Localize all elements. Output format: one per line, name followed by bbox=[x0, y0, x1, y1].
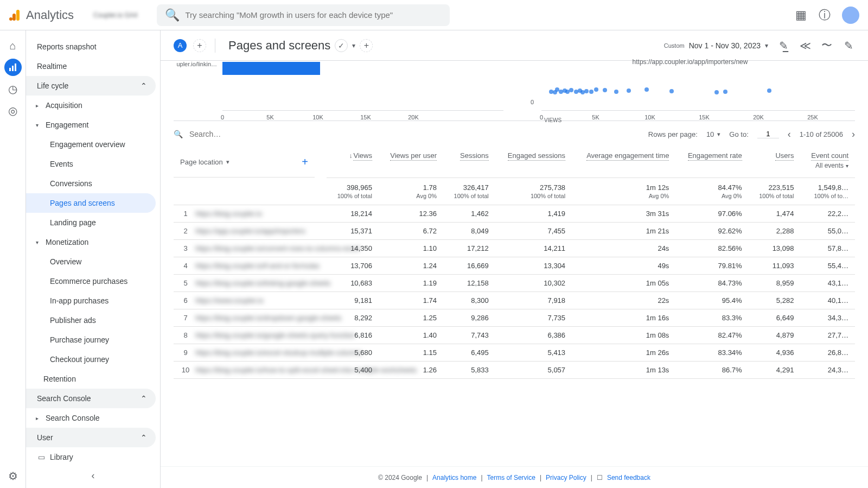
table-row[interactable]: 2https://app.coupler.io/app/importers15,… bbox=[174, 222, 855, 239]
scatter-point[interactable] bbox=[669, 89, 674, 93]
rail-advertising[interactable]: ◎ bbox=[4, 102, 22, 119]
caret-down-icon: ▾ bbox=[36, 122, 46, 128]
col-views-per-user[interactable]: Views per user bbox=[379, 147, 443, 178]
table-row[interactable]: 5https://blog.coupler.io/linking-google-… bbox=[174, 274, 855, 291]
nav-engagement-overview[interactable]: Engagement overview bbox=[26, 135, 156, 154]
add-filter-button[interactable]: + bbox=[360, 39, 373, 52]
table-row[interactable]: 3https://blog.coupler.io/convert-rows-to… bbox=[174, 239, 855, 257]
rail-admin[interactable]: ⚙ bbox=[4, 471, 22, 488]
nav-reports-snapshot[interactable]: Reports snapshot bbox=[26, 37, 156, 56]
table-row[interactable]: 6https://www.coupler.io9,1811.748,3007,9… bbox=[174, 291, 855, 309]
nav-publisher[interactable]: Publisher ads bbox=[26, 310, 156, 330]
scatter-point[interactable] bbox=[569, 88, 573, 92]
nav-engagement[interactable]: ▾Engagement bbox=[26, 115, 156, 135]
scatter-point[interactable] bbox=[644, 87, 649, 92]
table-row[interactable]: 4https://blog.coupler.io/if-and-or-formu… bbox=[174, 257, 855, 274]
scatter-point[interactable] bbox=[723, 90, 727, 94]
add-dimension-button[interactable]: + bbox=[302, 156, 308, 168]
col-views[interactable]: ↓Views bbox=[327, 147, 379, 178]
customize-icon[interactable]: ✎̲ bbox=[777, 39, 790, 52]
nav-landing-page[interactable]: Landing page bbox=[26, 213, 156, 232]
page-title: Pages and screens bbox=[228, 39, 330, 53]
caret-right-icon: ▸ bbox=[36, 415, 46, 421]
dimension-header: Page location ▾ + bbox=[174, 147, 315, 178]
dimension-select[interactable]: Page location ▾ bbox=[180, 158, 229, 166]
scatter-point[interactable] bbox=[589, 90, 593, 94]
nav-purchase-journey[interactable]: Purchase journey bbox=[26, 330, 156, 350]
date-range-picker[interactable]: Custom Nov 1 - Nov 30, 2023 ▾ bbox=[664, 41, 768, 50]
rows-per-page-select[interactable]: 10▾ bbox=[706, 130, 720, 138]
nav-collapse-button[interactable]: ‹ bbox=[92, 470, 95, 481]
scatter-point[interactable] bbox=[627, 88, 631, 93]
caret-right-icon: ▸ bbox=[36, 103, 46, 109]
nav-inapp[interactable]: In-app purchases bbox=[26, 291, 156, 310]
rail-reports[interactable] bbox=[4, 59, 22, 76]
scatter-point[interactable] bbox=[767, 88, 771, 93]
rail-explore[interactable]: ◷ bbox=[4, 80, 22, 98]
table-row[interactable]: 7https://blog.coupler.io/dropdown-google… bbox=[174, 309, 855, 326]
next-page-button[interactable]: › bbox=[852, 129, 855, 140]
scatter-point[interactable] bbox=[594, 87, 598, 92]
nav-library[interactable]: ▭Library bbox=[26, 447, 156, 467]
table-search-input[interactable] bbox=[189, 130, 284, 138]
col-eng-rate[interactable]: Engagement rate bbox=[675, 147, 748, 178]
nav-events[interactable]: Events bbox=[26, 154, 156, 174]
nav-conversions[interactable]: Conversions bbox=[26, 174, 156, 193]
bar-label: upler.io/linkin… bbox=[174, 61, 217, 68]
user-avatar[interactable] bbox=[842, 7, 859, 24]
global-search[interactable]: 🔍 bbox=[157, 4, 450, 26]
nav-checkout-journey[interactable]: Checkout journey bbox=[26, 350, 156, 369]
footer-link-privacy[interactable]: Privacy Policy bbox=[546, 474, 586, 481]
help-icon[interactable]: ⓘ bbox=[818, 9, 831, 22]
nav-search-console-section[interactable]: Search Console⌃ bbox=[26, 389, 156, 408]
nav-user-section[interactable]: User⌃ bbox=[26, 428, 156, 447]
verified-icon[interactable]: ✓ bbox=[335, 39, 348, 52]
scatter-point[interactable] bbox=[714, 90, 719, 94]
insights-icon[interactable]: 〜 bbox=[820, 39, 833, 52]
event-filter[interactable]: All events ▾ bbox=[807, 162, 848, 169]
edit-icon[interactable]: ✎ bbox=[842, 39, 855, 52]
rail-home[interactable]: ⌂ bbox=[4, 37, 22, 54]
table-row[interactable]: 10https://blog.coupler.io/how-to-split-e… bbox=[174, 361, 855, 378]
scatter-point[interactable] bbox=[584, 89, 589, 93]
table-row[interactable]: 8https://blog.coupler.io/google-sheets-q… bbox=[174, 326, 855, 344]
charts-row: upler.io/linkin… 0 5K 10K 15K 20K https:… bbox=[161, 61, 868, 121]
scatter-point[interactable] bbox=[603, 88, 607, 92]
scatter-title: https://app.coupler.io/app/importers/new bbox=[633, 58, 748, 66]
col-sessions[interactable]: Sessions bbox=[443, 147, 495, 178]
logo[interactable]: Analytics bbox=[9, 8, 74, 22]
nav-lifecycle[interactable]: Life cycle⌃ bbox=[26, 76, 156, 96]
dropdown-caret-icon[interactable]: ▾ bbox=[352, 42, 355, 49]
col-engaged-sessions[interactable]: Engaged sessions bbox=[495, 147, 572, 178]
scatter-point[interactable] bbox=[614, 90, 618, 94]
search-input[interactable] bbox=[185, 10, 441, 20]
nav-ecommerce[interactable]: Ecommerce purchases bbox=[26, 271, 156, 291]
totals-sub-row: 100% of totalAvg 0%100% of total100% of … bbox=[174, 193, 855, 205]
nav-search-console[interactable]: ▸Search Console bbox=[26, 408, 156, 428]
table-row[interactable]: 9https://blog.coupler.io/excel-vlookup-m… bbox=[174, 344, 855, 361]
goto-input[interactable] bbox=[757, 130, 779, 138]
chevron-down-icon: ▾ bbox=[765, 42, 768, 49]
nav-realtime[interactable]: Realtime bbox=[26, 56, 156, 76]
col-event-count[interactable]: Event countAll events ▾ bbox=[800, 147, 855, 178]
prev-page-button[interactable]: ‹ bbox=[788, 129, 791, 140]
add-comparison-button[interactable]: + bbox=[193, 39, 206, 52]
share-icon[interactable]: ≪ bbox=[799, 39, 812, 52]
footer-link-home[interactable]: Analytics home bbox=[432, 474, 476, 481]
footer-link-tos[interactable]: Terms of Service bbox=[487, 474, 535, 481]
account-selector[interactable]: Coupler.io GA4 bbox=[93, 11, 137, 19]
col-avg-eng-time[interactable]: Average engagement time bbox=[572, 147, 675, 178]
apps-icon[interactable]: ▦ bbox=[794, 9, 807, 22]
audience-badge[interactable]: A bbox=[174, 39, 187, 52]
table-row[interactable]: 1https://blog.coupler.io18,21412.361,462… bbox=[174, 205, 855, 222]
nav-pages-screens[interactable]: Pages and screens bbox=[26, 193, 156, 213]
nav-mon-overview[interactable]: Overview bbox=[26, 252, 156, 271]
table-scroll[interactable]: Page location ▾ + ↓Views Views per user … bbox=[161, 147, 868, 466]
nav-monetization[interactable]: ▾Monetization bbox=[26, 232, 156, 252]
nav-retention[interactable]: Retention bbox=[26, 369, 156, 389]
table-search[interactable]: 🔍 bbox=[174, 130, 642, 138]
nav-acquisition[interactable]: ▸Acquisition bbox=[26, 96, 156, 115]
col-users[interactable]: Users bbox=[749, 147, 801, 178]
send-feedback-link[interactable]: Send feedback bbox=[607, 474, 650, 481]
date-value: Nov 1 - Nov 30, 2023 bbox=[689, 41, 761, 50]
